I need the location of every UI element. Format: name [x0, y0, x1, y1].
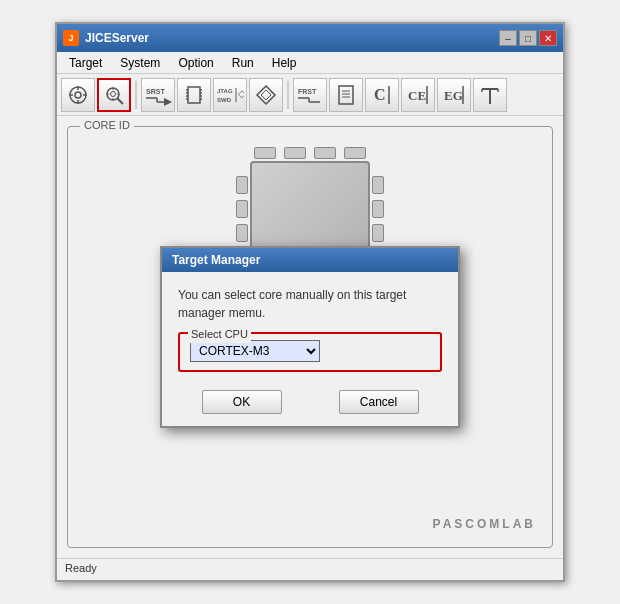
- status-text: Ready: [65, 562, 97, 574]
- ok-button[interactable]: OK: [202, 390, 282, 414]
- svg-rect-18: [188, 87, 200, 103]
- dialog-message: You can select core manually on this tar…: [178, 286, 442, 322]
- dialog-body: You can select core manually on this tar…: [162, 272, 458, 382]
- svg-text:◇: ◇: [238, 88, 244, 99]
- dialog-title: Target Manager: [162, 248, 458, 272]
- menu-bar: Target System Option Run Help: [57, 52, 563, 74]
- title-bar: J JICEServer – □ ✕: [57, 24, 563, 52]
- toolbar-btn-10[interactable]: CE: [401, 78, 435, 112]
- svg-text:C: C: [374, 86, 386, 103]
- title-bar-left: J JICEServer: [63, 30, 149, 46]
- toolbar-btn-6[interactable]: [249, 78, 283, 112]
- cpu-select-dropdown[interactable]: CORTEX-M3 CORTEX-M0 CORTEX-M4 ARM7: [190, 340, 320, 362]
- svg-point-1: [75, 92, 81, 98]
- menu-system[interactable]: System: [112, 54, 168, 71]
- svg-text:JTAG: JTAG: [217, 88, 233, 94]
- toolbar-sep-1: [135, 81, 137, 109]
- toolbar: SRST JTAG SWD: [57, 74, 563, 116]
- toolbar-btn-1[interactable]: [61, 78, 95, 112]
- svg-text:SRST: SRST: [146, 88, 165, 95]
- toolbar-sep-2: [287, 81, 289, 109]
- cancel-button[interactable]: Cancel: [339, 390, 419, 414]
- dialog-overlay: Target Manager You can select core manua…: [57, 116, 563, 558]
- menu-run[interactable]: Run: [224, 54, 262, 71]
- svg-text:CE: CE: [408, 88, 426, 103]
- toolbar-btn-2[interactable]: [97, 78, 131, 112]
- toolbar-btn-8[interactable]: [329, 78, 363, 112]
- main-window: J JICEServer – □ ✕ Target System Option …: [55, 22, 565, 582]
- menu-option[interactable]: Option: [170, 54, 221, 71]
- select-cpu-group: Select CPU CORTEX-M3 CORTEX-M0 CORTEX-M4…: [178, 332, 442, 372]
- svg-marker-32: [261, 90, 271, 100]
- menu-help[interactable]: Help: [264, 54, 305, 71]
- svg-line-12: [118, 98, 124, 104]
- toolbar-btn-4[interactable]: [177, 78, 211, 112]
- svg-text:FRST: FRST: [298, 88, 317, 95]
- toolbar-btn-9[interactable]: C: [365, 78, 399, 112]
- toolbar-btn-7[interactable]: FRST: [293, 78, 327, 112]
- toolbar-btn-5[interactable]: JTAG SWD ◇: [213, 78, 247, 112]
- toolbar-btn-3[interactable]: SRST: [141, 78, 175, 112]
- window-title: JICEServer: [85, 31, 149, 45]
- svg-marker-17: [164, 98, 172, 106]
- svg-rect-37: [339, 86, 353, 104]
- minimize-button[interactable]: –: [499, 30, 517, 46]
- title-controls: – □ ✕: [499, 30, 557, 46]
- svg-text:EG: EG: [444, 88, 463, 103]
- toolbar-btn-12[interactable]: [473, 78, 507, 112]
- main-content: CORE ID: [57, 116, 563, 558]
- svg-text:SWD: SWD: [217, 97, 232, 103]
- dialog-buttons: OK Cancel: [162, 382, 458, 426]
- toolbar-btn-11[interactable]: EG: [437, 78, 471, 112]
- app-icon: J: [63, 30, 79, 46]
- maximize-button[interactable]: □: [519, 30, 537, 46]
- select-cpu-label: Select CPU: [188, 326, 251, 343]
- svg-point-7: [111, 91, 116, 96]
- close-button[interactable]: ✕: [539, 30, 557, 46]
- menu-target[interactable]: Target: [61, 54, 110, 71]
- status-bar: Ready: [57, 558, 563, 580]
- target-manager-dialog: Target Manager You can select core manua…: [160, 246, 460, 428]
- svg-marker-31: [257, 86, 275, 104]
